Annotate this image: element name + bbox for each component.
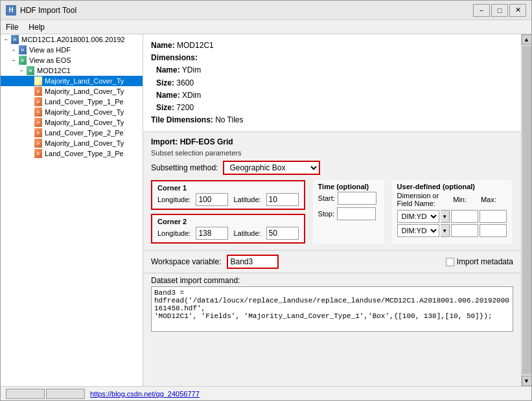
right-scrollbar: ▲ ▼ [521,34,531,386]
scroll-up-btn[interactable]: ▲ [522,34,532,45]
tile-label: Tile Dimensions: [151,115,213,124]
scroll-thumb[interactable] [522,46,531,374]
workspace-input[interactable] [227,255,279,269]
dimensions-label: Dimensions: [151,53,198,62]
maximize-button[interactable]: □ [491,4,508,17]
menu-file[interactable]: File [1,21,23,33]
corner1-coord-row: Longitude: Latitude: [157,193,299,206]
window-controls: − □ ✕ [473,4,526,17]
workspace-label: Workspace variable: [151,257,222,266]
dim-field-label: Dimension orField Name: [397,192,450,207]
dim1-max-input[interactable] [480,210,507,223]
user-row-1: DIM:YDim ▼ [397,210,507,223]
tree-item-d8[interactable]: D Land_Cover_Type_3_Pe [1,148,143,159]
stop-input[interactable] [337,207,376,220]
name-value: MOD12C1 [177,41,214,50]
dim2-name-value: XDim [182,91,201,100]
status-left [6,389,85,399]
tree-item-d2[interactable]: D Majority_Land_Cover_Ty [1,86,143,97]
hdf-icon: H [17,45,28,54]
tree-label-hdf: View as HDF [29,46,71,54]
tree-item-mod[interactable]: − M MOD12C1 [1,65,143,76]
min-label: Min: [453,196,477,203]
dim2-max-input[interactable] [480,224,507,237]
tree-label-d7: Majority_Land_Cover_Ty [45,139,124,147]
tile-value: No Tiles [215,115,243,124]
corner2-coord-row: Longitude: Latitude: [157,227,299,240]
info-section: Name: MOD12C1 Dimensions: Name: YDim Siz… [143,34,521,132]
dim1-name-label: Name: [156,65,180,74]
name-label: Name: [151,41,175,50]
tree-item-d1[interactable]: D Majority_Land_Cover_Ty [1,76,143,86]
dim2-select[interactable]: DIM:YDim [397,224,439,237]
time-stop-row: Stop: [318,207,379,220]
status-url: https://blog.csdn.net/qq_24056777 [90,390,200,398]
corners-container: Corner 1 Longitude: Latitude: Corner 2 [151,180,305,244]
dim2-select-arrow[interactable]: ▼ [441,224,450,237]
tree-label-root: MCD12C1.A2018001.006.20192 [21,36,125,43]
menu-bar: File Help [1,20,531,34]
tree-item-hdf[interactable]: − H View as HDF [1,45,143,55]
dim1-min-input[interactable] [451,210,478,223]
tree-label-d8: Land_Cover_Type_3_Pe [45,150,124,157]
toggle-d6 [25,129,33,137]
tree-item-d4[interactable]: D Majority_Land_Cover_Ty [1,107,143,117]
tree-item-d5[interactable]: D Majority_Land_Cover_Ty [1,117,143,128]
toggle-eos[interactable]: − [10,56,17,64]
dim2-min-input[interactable] [451,224,478,237]
toggle-hdf[interactable]: − [10,46,17,54]
toggle-root[interactable]: − [2,36,10,43]
toggle-mod[interactable]: − [17,67,25,74]
command-title: Dataset import command: [151,276,513,285]
subset-title: Subset selection parameters [151,149,513,157]
command-textarea[interactable]: Band3 = hdfread('/data1/loucx/replace_la… [151,286,513,332]
dim1-select[interactable]: DIM:YDim [397,210,439,223]
lon1-input[interactable] [196,193,228,206]
tree-item-eos[interactable]: − E View as EOS [1,55,143,65]
dim1-name-value: YDim [182,65,201,74]
lon2-label: Longitude: [157,229,191,237]
tree-item-root[interactable]: − H MCD12C1.A2018001.006.20192 [1,34,143,45]
lat1-input[interactable] [266,193,299,206]
menu-help[interactable]: Help [23,21,50,33]
lat2-input[interactable] [266,227,299,240]
window-title: HDF Import Tool [20,6,473,15]
dim1-select-arrow[interactable]: ▼ [441,210,450,223]
close-button[interactable]: ✕ [509,4,526,17]
root-icon: H [10,35,20,44]
file-tree-panel: − H MCD12C1.A2018001.006.20192 − H View … [1,34,143,386]
start-input[interactable] [338,192,376,205]
max-label: Max: [481,196,507,203]
tree-label-d1: Majority_Land_Cover_Ty [45,77,124,85]
method-row: Subsetting method: Geographic Box None T… [151,161,513,175]
tree-item-d6[interactable]: D Land_Cover_Type_2_Pe [1,128,143,138]
tree-item-d7[interactable]: D Majority_Land_Cover_Ty [1,138,143,148]
status-panel-1 [6,389,45,399]
dim2-size-value: 7200 [176,103,194,112]
params-section: Import: HDF-EOS Grid Subset selection pa… [143,132,521,250]
corner1-title: Corner 1 [157,184,299,192]
command-section: Dataset import command: Band3 = hdfread(… [143,273,521,386]
toggle-d7 [25,139,33,147]
minimize-button[interactable]: − [473,4,490,17]
main-content: − H MCD12C1.A2018001.006.20192 − H View … [1,34,531,386]
user-row-2: DIM:YDim ▼ [397,224,507,237]
title-bar: H HDF Import Tool − □ ✕ [1,1,531,20]
import-meta-checkbox[interactable] [446,258,454,266]
tree-label-d3: Land_Cover_Type_1_Pe [45,98,124,106]
tree-item-d3[interactable]: D Land_Cover_Type_1_Pe [1,97,143,107]
tree-label-mod: MOD12C1 [37,67,71,74]
lon2-input[interactable] [196,227,228,240]
method-dropdown[interactable]: Geographic Box None Time [223,161,320,175]
toggle-d2 [25,87,33,95]
corner1-box: Corner 1 Longitude: Latitude: [151,180,305,210]
workspace-section: Workspace variable: Import metadata [143,250,521,273]
user-defined-box: User-defined (optional) Dimension orFiel… [392,180,512,244]
eos-icon: E [17,56,28,65]
tree-label-eos: View as EOS [29,56,71,64]
import-meta-label: Import metadata [457,257,513,266]
time-box: Time (optional) Start: Stop: [313,180,384,244]
toggle-d8 [25,150,33,157]
d4-icon: D [33,108,43,117]
scroll-down-btn[interactable]: ▼ [522,376,532,386]
